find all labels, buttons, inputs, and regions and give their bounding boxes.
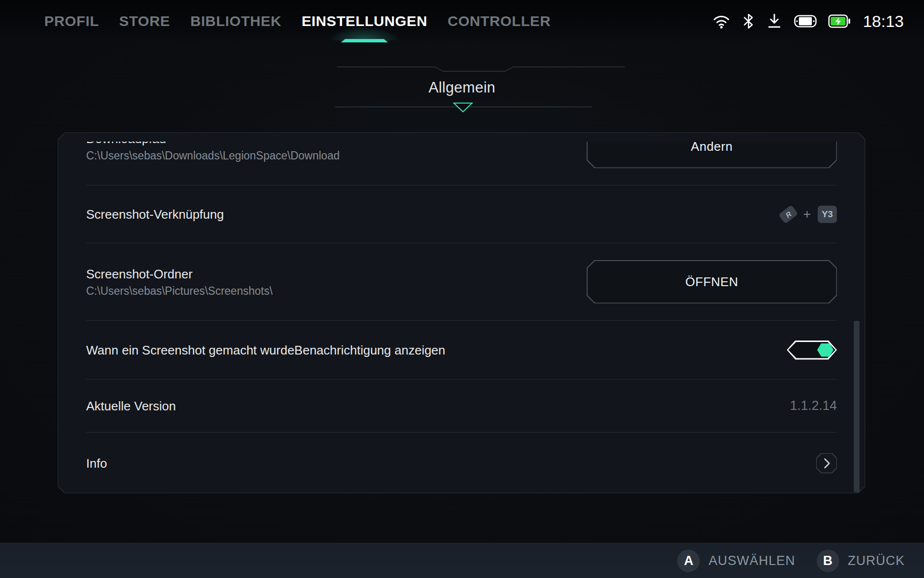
setting-label: Screenshot-Ordner — [86, 267, 272, 281]
status-tray: 18:13 — [712, 0, 904, 42]
controller-hint-bar: A AUSWÄHLEN B ZURÜCK — [0, 543, 924, 578]
key-badge-y3: Y3 — [818, 206, 837, 223]
b-button-icon: B — [817, 550, 839, 572]
setting-path: C:\Users\sebas\Pictures\Screenshots\ — [86, 285, 272, 297]
scrollbar-thumb[interactable] — [854, 321, 860, 492]
legion-r-key-icon: R — [778, 205, 798, 224]
andern-button-label: Andern — [587, 142, 837, 168]
andern-button[interactable]: Andern — [587, 142, 837, 168]
nav-label: STORE — [119, 13, 170, 29]
a-button-icon: A — [677, 550, 700, 572]
hint-b-back: B ZURÜCK — [817, 550, 905, 572]
nav-label: EINSTELLUNGEN — [302, 13, 427, 29]
nav-item-store[interactable]: STORE — [119, 0, 170, 42]
tab-title[interactable]: Allgemein — [0, 79, 924, 96]
settings-panel: Downloadpfad C:\Users\sebas\Downloads\Le… — [58, 132, 865, 493]
oeffnen-button-label: ÖFFNEN — [587, 260, 837, 303]
hint-label: ZURÜCK — [848, 553, 905, 568]
hint-label: AUSWÄHLEN — [708, 553, 795, 568]
screenshot-notification-toggle[interactable] — [787, 341, 837, 360]
top-nav-bar: PROFIL STORE BIBLIOTHEK EINSTELLUNGEN CO… — [0, 0, 924, 42]
bluetooth-icon — [742, 13, 755, 29]
setting-row-aktuelle-version[interactable]: Aktuelle Version 1.1.2.14 — [86, 380, 837, 433]
clock-text: 18:13 — [863, 12, 904, 31]
nav-label: BIBLIOTHEK — [190, 13, 281, 29]
nav-item-bibliothek[interactable]: BIBLIOTHEK — [190, 0, 281, 42]
nav-label: PROFIL — [44, 13, 99, 29]
nav-item-einstellungen[interactable]: EINSTELLUNGEN — [302, 0, 427, 42]
main-nav: PROFIL STORE BIBLIOTHEK EINSTELLUNGEN CO… — [44, 0, 551, 42]
nav-item-controller[interactable]: CONTROLLER — [448, 0, 551, 42]
setting-row-screenshot-ordner[interactable]: Screenshot-Ordner C:\Users\sebas\Picture… — [86, 243, 837, 321]
setting-row-downloadpfad[interactable]: Downloadpfad C:\Users\sebas\Downloads\Le… — [86, 142, 837, 185]
nav-item-profil[interactable]: PROFIL — [44, 0, 99, 42]
wifi-icon — [712, 13, 731, 29]
active-tab-underline — [341, 39, 388, 42]
shortcut-combo: R + Y3 — [780, 206, 837, 223]
hint-a-select: A AUSWÄHLEN — [677, 550, 795, 572]
setting-label: Aktuelle Version — [86, 399, 176, 413]
version-value: 1.1.2.14 — [790, 398, 837, 413]
info-chevron-button[interactable] — [816, 453, 837, 473]
battery-charging-icon — [828, 13, 850, 29]
controller-battery-icon — [794, 13, 817, 29]
setting-path: C:\Users\sebas\Downloads\LegionSpace\Dow… — [86, 149, 340, 162]
setting-label: Wann ein Screenshot gemacht wurdeBenachr… — [86, 343, 445, 357]
setting-label: Screenshot-Verknüpfung — [86, 207, 224, 222]
settings-scroll-area: Downloadpfad C:\Users\sebas\Downloads\Le… — [58, 142, 865, 490]
oeffnen-button[interactable]: ÖFFNEN — [587, 260, 837, 303]
setting-label: Downloadpfad — [86, 142, 340, 146]
plus-icon: + — [803, 208, 811, 221]
setting-row-info[interactable]: Info — [86, 433, 837, 490]
setting-row-screenshot-benachrichtigung[interactable]: Wann ein Screenshot gemacht wurdeBenachr… — [86, 321, 837, 380]
nav-label: CONTROLLER — [448, 13, 551, 29]
chevron-right-icon — [816, 453, 837, 473]
download-icon — [766, 13, 783, 29]
setting-row-screenshot-verknuepfung[interactable]: Screenshot-Verknüpfung R + Y3 — [86, 185, 837, 243]
setting-label: Info — [86, 456, 107, 471]
